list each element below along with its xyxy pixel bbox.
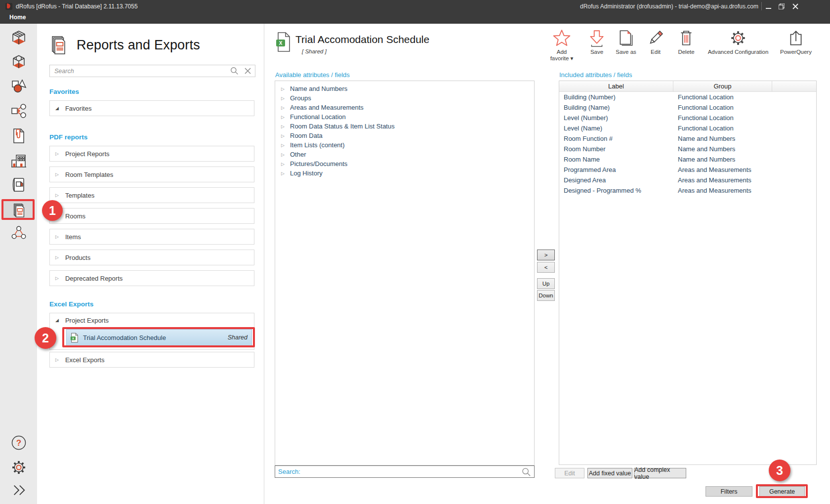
table-row[interactable]: Room NumberName and Numbers [559, 144, 816, 154]
table-row[interactable]: Designed - Programmed %Areas and Measure… [559, 185, 816, 196]
collapsed-icon[interactable] [281, 133, 290, 138]
add-fixed-value-button[interactable]: Add fixed value [587, 468, 632, 478]
tree-item-name-and-numbers[interactable]: Name and Numbers [275, 84, 534, 93]
delete-button[interactable]: Delete [675, 29, 698, 55]
edit-button[interactable]: Edit [646, 29, 665, 55]
pdf-item-project-reports[interactable]: Project Reports [49, 146, 254, 162]
sidebar-item-catalogs[interactable] [0, 175, 37, 195]
restore-icon [779, 3, 785, 9]
expanded-icon[interactable] [55, 106, 59, 111]
tree-item-other[interactable]: Other [275, 150, 534, 159]
pdf-item-rooms[interactable]: Rooms [49, 208, 254, 224]
page-title: Reports and Exports [77, 38, 200, 53]
restore-button[interactable] [775, 2, 788, 11]
collapsed-icon[interactable] [281, 105, 290, 110]
help-icon: ? [10, 434, 28, 452]
save-as-button[interactable]: Save as [613, 29, 639, 55]
collapsed-icon[interactable] [281, 96, 290, 101]
collapsed-icon[interactable] [281, 124, 290, 129]
table-row[interactable]: Building (Number)Functional Location [559, 92, 816, 102]
home-tab[interactable]: Home [9, 14, 26, 21]
tree-item-room-data-status[interactable]: Room Data Status & Item List Status [275, 122, 534, 131]
attribute-search-field[interactable]: Search: [275, 465, 535, 478]
move-left-button[interactable]: < [537, 262, 555, 273]
advanced-gear-icon [729, 29, 747, 47]
project-exports-expander[interactable]: Project Exports [50, 313, 254, 327]
available-attributes-label[interactable]: Available attributes / fields [275, 71, 350, 79]
expanded-icon[interactable] [55, 318, 59, 323]
close-button[interactable] [789, 2, 802, 11]
search-icon[interactable] [230, 67, 239, 75]
annotation-step-3: 3 [769, 460, 790, 481]
collapsed-icon[interactable] [55, 255, 59, 260]
search-input[interactable] [53, 66, 223, 76]
tree-item-areas-measurements[interactable]: Areas and Measurements [275, 103, 534, 112]
sidebar-item-buildings[interactable] [0, 151, 37, 170]
included-attributes-label[interactable]: Included attributes / fields [559, 71, 632, 79]
pdf-reports-section-header: PDF reports [49, 133, 87, 141]
collapsed-icon[interactable] [281, 115, 290, 120]
clear-search-icon[interactable] [245, 68, 251, 74]
table-row[interactable]: Building (Name)Functional Location [559, 102, 816, 113]
edit-attribute-button[interactable]: Edit [555, 468, 584, 478]
filters-button[interactable]: Filters [706, 486, 752, 497]
collapsed-icon[interactable] [55, 151, 59, 156]
collapsed-icon[interactable] [55, 172, 59, 177]
tree-item-groups[interactable]: Groups [275, 93, 534, 103]
sidebar-item-settings[interactable] [0, 458, 37, 477]
column-header-group[interactable]: Group [673, 81, 772, 91]
table-row[interactable]: Room NameName and Numbers [559, 154, 816, 165]
sidebar-item-room-data[interactable] [0, 52, 37, 72]
report-shared-status: [ Shared ] [302, 48, 327, 54]
excel-exports-expander[interactable]: Excel Exports [49, 352, 254, 368]
tree-item-item-lists[interactable]: Item Lists (content) [275, 140, 534, 150]
collapsed-icon[interactable] [55, 193, 59, 198]
sidebar-expand-button[interactable] [0, 480, 37, 500]
save-button[interactable]: Save [586, 29, 608, 55]
move-up-button[interactable]: Up [537, 278, 555, 289]
table-row[interactable]: Designed AreaAreas and Measurements [559, 175, 816, 185]
tree-item-room-data[interactable]: Room Data [275, 131, 534, 140]
sidebar-item-help[interactable]: ? [0, 433, 37, 453]
pencil-icon [646, 29, 665, 47]
tree-item-log-history[interactable]: Log History [275, 168, 534, 178]
sidebar-item-documents[interactable] [0, 126, 37, 146]
tree-item-pictures-documents[interactable]: Pictures/Documents [275, 159, 534, 168]
collapsed-icon[interactable] [281, 152, 290, 157]
table-row[interactable]: Level (Name)Functional Location [559, 123, 816, 133]
collapsed-icon[interactable] [55, 234, 59, 239]
column-header-label[interactable]: Label [559, 81, 673, 91]
table-header-row: Label Group [559, 81, 816, 92]
advanced-configuration-button[interactable]: Advanced Configuration [700, 29, 777, 55]
sidebar-item-products[interactable] [0, 101, 37, 121]
table-row[interactable]: Room Function #Name and Numbers [559, 133, 816, 144]
favorites-expander[interactable]: Favorites [49, 100, 254, 116]
sidebar-item-items[interactable] [0, 76, 37, 96]
collapsed-icon[interactable] [281, 162, 290, 167]
pdf-item-items[interactable]: Items [49, 229, 254, 245]
pdf-item-templates[interactable]: Templates [49, 187, 254, 203]
minimize-button[interactable] [762, 2, 775, 11]
pdf-item-products[interactable]: Products [49, 250, 254, 265]
table-row[interactable]: Level (Number)Functional Location [559, 113, 816, 123]
add-complex-value-button[interactable]: Add complex value [634, 468, 686, 478]
svg-text:X: X [279, 41, 283, 46]
sidebar-item-responsibilities[interactable] [0, 223, 37, 243]
collapsed-icon[interactable] [55, 276, 59, 281]
collapsed-icon[interactable] [281, 86, 290, 91]
trash-icon [677, 29, 696, 47]
panel-divider[interactable] [264, 24, 264, 504]
powerquery-button[interactable]: PowerQuery [776, 29, 816, 55]
collapsed-icon[interactable] [281, 171, 290, 176]
move-right-button[interactable]: > [537, 250, 555, 260]
pdf-item-room-templates[interactable]: Room Templates [49, 167, 254, 182]
move-down-button[interactable]: Down [537, 290, 555, 301]
collapsed-icon[interactable] [281, 143, 290, 148]
add-favorite-button[interactable]: Addfavorite ▾ [546, 29, 577, 62]
collapsed-icon[interactable] [55, 357, 59, 362]
table-row[interactable]: Programmed AreaAreas and Measurements [559, 165, 816, 175]
sidebar-item-rooms-3d[interactable] [0, 28, 37, 48]
double-chevron-icon [10, 483, 27, 498]
pdf-item-deprecated-reports[interactable]: Deprecated Reports [49, 270, 254, 286]
tree-item-functional-location[interactable]: Functional Location [275, 112, 534, 122]
